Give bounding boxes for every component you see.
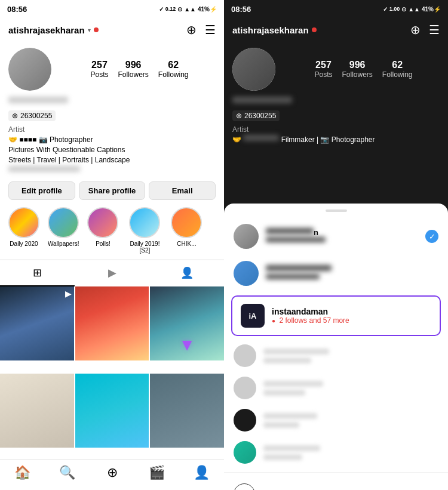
nav-profile[interactable]: 👤 xyxy=(179,465,224,480)
status-icons-right: ✓ 1.00 ⊙ ▲▲ 41%⚡ xyxy=(383,6,441,13)
blurred-text-sub-3 xyxy=(263,422,299,428)
nav-home[interactable]: 🏠 xyxy=(0,465,45,480)
account-name-col-2 xyxy=(266,265,438,282)
posts-count-right: 257 xyxy=(315,60,332,70)
live-dot-right xyxy=(312,27,317,32)
left-panel: 08:56 ✓ 0.12 ⊙ ▲▲ 41%⚡ atishrajasekharan… xyxy=(0,0,224,490)
data-icon: 0.12 xyxy=(165,6,176,12)
grid-item-0[interactable]: ▶ xyxy=(0,286,74,360)
highlight-circle-3 xyxy=(129,207,160,238)
profile-badge-right: ⊛ 26300255 xyxy=(232,110,280,121)
blurred-text-4 xyxy=(263,445,320,451)
account-name-1: n xyxy=(266,228,418,237)
avatar-left xyxy=(8,48,51,91)
reels-icon: ▶ xyxy=(108,266,116,279)
stat-following-right: 62 Following xyxy=(382,60,413,79)
threads-icon-r: ⊛ xyxy=(236,112,242,120)
reels-nav-icon: 🎬 xyxy=(149,465,165,480)
check-mark-icon: ✓ xyxy=(425,230,438,243)
nav-icons-left: ⊕ ☰ xyxy=(186,23,216,37)
battery-icon: 41%⚡ xyxy=(198,6,217,13)
stat-posts-left: 257 Posts xyxy=(90,60,108,79)
avatar-img-left xyxy=(8,48,51,91)
add-post-icon-left[interactable]: ⊕ xyxy=(186,23,197,37)
top-nav-left: atishrajasekharan ▾ ⊕ ☰ xyxy=(0,17,224,43)
grid-item-1[interactable] xyxy=(75,286,149,360)
red-dot-icon: ● xyxy=(272,318,275,324)
account-item-instaandaman[interactable]: iA instaandaman ● 2 follows and 57 more xyxy=(231,295,441,336)
following-count-left: 62 xyxy=(168,60,179,70)
nav-create[interactable]: ⊕ xyxy=(90,465,134,480)
check-icon-r: ✓ xyxy=(383,6,388,13)
live-dot-left xyxy=(94,27,99,32)
tab-tagged[interactable]: 👤 xyxy=(149,260,224,286)
account-item-blurred-1[interactable] xyxy=(224,340,448,372)
profile-nav-icon: 👤 xyxy=(194,465,210,480)
edit-profile-button[interactable]: Edit profile xyxy=(8,181,75,200)
username-row-right[interactable]: atishrajasekharan xyxy=(232,25,317,35)
home-icon: 🏠 xyxy=(14,465,30,480)
followers-count-right: 996 xyxy=(349,60,366,70)
full-name-right xyxy=(232,97,292,103)
menu-icon-right[interactable]: ☰ xyxy=(429,23,440,37)
highlight-circle-1 xyxy=(48,207,79,238)
account-avatar-2 xyxy=(234,261,259,286)
profile-bio-right: 🤝 Filmmaker | 📷 Photographer xyxy=(232,135,440,145)
account-avatar-1 xyxy=(234,224,259,249)
threads-icon: ⊛ xyxy=(12,112,18,120)
nav-icons-right: ⊕ ☰ xyxy=(410,23,440,37)
grid-item-2[interactable]: ▼ xyxy=(150,286,224,360)
following-label-right: Following xyxy=(382,70,413,79)
username-left: atishrajasekharan xyxy=(8,25,85,35)
followers-label-right: Followers xyxy=(342,70,372,79)
account-item-2[interactable] xyxy=(224,255,448,292)
account-sub-2 xyxy=(266,274,438,282)
grid-icon: ⊞ xyxy=(33,266,42,279)
blurred-avatar-1 xyxy=(234,344,256,367)
menu-icon-left[interactable]: ☰ xyxy=(205,23,216,37)
tabs-left: ⊞ ▶ 👤 xyxy=(0,260,224,286)
nav-search[interactable]: 🔍 xyxy=(45,465,90,480)
grid-item-3[interactable] xyxy=(0,374,74,448)
stat-posts-right: 257 Posts xyxy=(314,60,332,79)
highlight-item-1[interactable]: Wallpapers! xyxy=(48,207,79,254)
grid-item-5[interactable] xyxy=(150,374,224,448)
tab-reels[interactable]: ▶ xyxy=(75,260,149,286)
drag-handle xyxy=(326,209,347,212)
highlight-item-0[interactable]: Daily 2020 xyxy=(8,207,39,254)
share-profile-button[interactable]: Share profile xyxy=(79,181,146,200)
email-button[interactable]: Email xyxy=(149,181,216,200)
nav-reels[interactable]: 🎬 xyxy=(134,465,179,480)
top-nav-right: atishrajasekharan ⊕ ☰ xyxy=(224,17,448,43)
photo-grid-left: ▶ ▼ xyxy=(0,286,224,460)
highlight-item-3[interactable]: Daily 2019! [S2] xyxy=(127,207,162,254)
account-item-blurred-4[interactable] xyxy=(224,436,448,469)
username-row-left[interactable]: atishrajasekharan ▾ xyxy=(8,25,99,35)
highlight-item-4[interactable]: CHIK... xyxy=(171,207,202,254)
status-bar-left: 08:56 ✓ 0.12 ⊙ ▲▲ 41%⚡ xyxy=(0,0,224,17)
profile-name-left: ⊛ 26300255 xyxy=(8,97,216,123)
profile-header-right: 257 Posts 996 Followers 62 Following xyxy=(232,48,440,91)
stats-row-left: 257 Posts 996 Followers 62 Following xyxy=(63,60,216,79)
posts-count-left: 257 xyxy=(91,60,108,70)
blurred-text-sub-1 xyxy=(263,358,311,363)
profile-category-left: Artist xyxy=(8,125,216,134)
account-item-1[interactable]: n ✓ xyxy=(224,218,448,255)
highlight-item-2[interactable]: Polls! xyxy=(87,207,118,254)
add-post-icon-right[interactable]: ⊕ xyxy=(410,23,421,37)
account-item-blurred-3[interactable] xyxy=(224,404,448,436)
add-instagram-account-button[interactable]: + Add Instagram account xyxy=(224,476,448,490)
blurred-text-2 xyxy=(263,381,323,387)
profile-section-left: 257 Posts 996 Followers 62 Following xyxy=(0,43,224,178)
tab-grid[interactable]: ⊞ xyxy=(0,260,75,286)
blurred-text-sub-2 xyxy=(263,390,305,396)
blurred-text-1 xyxy=(263,349,329,355)
account-item-blurred-2[interactable] xyxy=(224,372,448,404)
tagged-icon: 👤 xyxy=(180,266,194,279)
time-right: 08:56 xyxy=(231,5,251,14)
followers-count-left: 996 xyxy=(125,60,142,70)
blurred-avatar-3 xyxy=(234,409,256,432)
grid-item-4[interactable] xyxy=(75,374,149,448)
dropdown-divider xyxy=(224,472,448,473)
add-account-icon: + xyxy=(234,483,255,490)
